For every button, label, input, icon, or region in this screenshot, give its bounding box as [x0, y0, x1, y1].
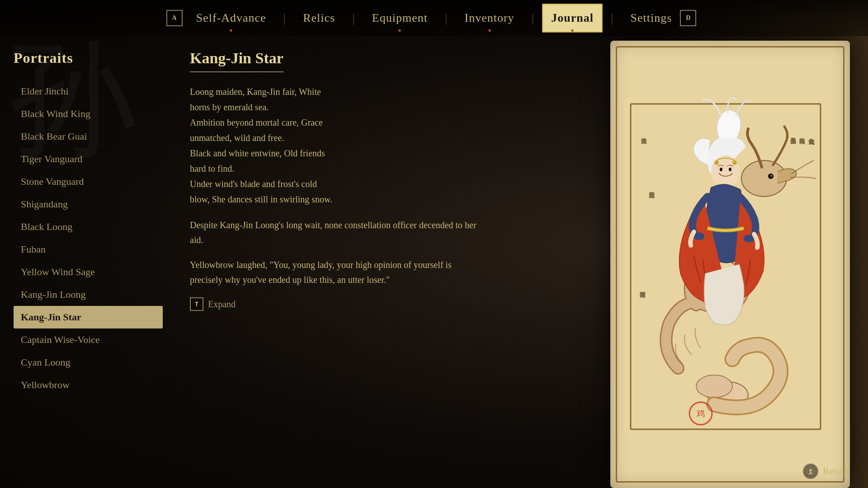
sidebar-item-yellowbrow[interactable]: Yellowbrow	[14, 374, 163, 396]
sidebar-item-elder-jinchi[interactable]: Elder Jinchi	[14, 80, 163, 103]
portrait-illustration: 仙女名允金 白角以绿境临 不是为他风景他之多 故人难逢雅 后见风刀霜剑严相逼 依…	[624, 97, 827, 436]
sidebar-item-captain-wise-voice[interactable]: Captain Wise-Voice	[14, 328, 163, 351]
sidebar-item-tiger-vanguard[interactable]: Tiger Vanguard	[14, 148, 163, 170]
top-navigation: A Self-Advance | Relics | Equipment | In…	[0, 0, 868, 36]
nav-item-journal[interactable]: Journal	[543, 0, 602, 36]
left-nav-key: A	[166, 10, 183, 26]
nav-sep-2: |	[352, 11, 355, 25]
main-content: Portraits Elder JinchiBlack Wind KingBla…	[0, 36, 868, 488]
scroll-area: 仙女名允金 白角以绿境临 不是为他风景他之多 故人难逢雅 后见风刀霜剑严相逼 依…	[497, 36, 868, 488]
nav-sep-4: |	[532, 11, 534, 25]
nav-dot-equipment	[399, 29, 401, 32]
entry-paragraph: Despite Kang-Jin Loong's long wait, none…	[190, 218, 479, 248]
nav-sep-3: |	[445, 11, 448, 25]
nav-item-relics[interactable]: Relics	[295, 0, 343, 36]
entry-title: Kang-Jin Star	[190, 50, 283, 72]
entry-paragraph: Yellowbrow laughed, "You, young lady, yo…	[190, 258, 479, 287]
sidebar-item-black-bear-guai[interactable]: Black Bear Guai	[14, 125, 163, 148]
nav-item-journal-wrapper[interactable]: Journal	[543, 0, 602, 36]
svg-point-15	[711, 155, 740, 188]
sidebar-title: Portraits	[14, 50, 163, 66]
scroll-image-container: 仙女名允金 白角以绿境临 不是为他风景他之多 故人难逢雅 后见风刀霜剑严相逼 依…	[597, 23, 868, 488]
sidebar-item-black-loong[interactable]: Black Loong	[14, 216, 163, 238]
svg-point-21	[809, 469, 812, 472]
right-key-badge-wrapper: D	[680, 0, 702, 36]
return-label: Return	[823, 465, 850, 477]
nav-item-inventory[interactable]: Inventory	[457, 0, 523, 36]
svg-point-19	[732, 160, 737, 165]
sidebar-item-yellow-wind-sage[interactable]: Yellow Wind Sage	[14, 261, 163, 283]
nav-item-settings[interactable]: Settings	[623, 0, 680, 36]
entry-poem: Loong maiden, Kang-Jin fair, Whitehorns …	[190, 84, 479, 207]
sidebar-item-cyan-loong[interactable]: Cyan Loong	[14, 351, 163, 374]
sidebar-item-shigandang[interactable]: Shigandang	[14, 193, 163, 216]
sidebar-item-kang-jin-loong[interactable]: Kang-Jin Loong	[14, 283, 163, 306]
expand-button[interactable]: T Expand	[190, 297, 479, 311]
svg-point-9	[696, 375, 732, 398]
sidebar-item-stone-vanguard[interactable]: Stone Vanguard	[14, 170, 163, 193]
svg-point-18	[714, 160, 719, 165]
right-nav-key: D	[680, 10, 696, 26]
sidebar-item-fuban[interactable]: Fuban	[14, 238, 163, 261]
entry-content: Kang-Jin Star Loong maiden, Kang-Jin fai…	[172, 36, 497, 488]
nav-sep-1: |	[283, 11, 286, 25]
return-icon	[803, 464, 818, 479]
svg-text:鸡: 鸡	[696, 409, 705, 418]
sidebar-item-kang-jin-star[interactable]: Kang-Jin Star	[14, 306, 163, 328]
sidebar-list: Elder JinchiBlack Wind KingBlack Bear Gu…	[14, 80, 163, 396]
nav-dot-inventory	[488, 29, 491, 32]
expand-label: Expand	[208, 299, 236, 310]
left-key-badge-wrapper: A	[166, 0, 188, 36]
svg-point-14	[770, 175, 772, 177]
svg-point-17	[729, 168, 731, 171]
svg-point-16	[720, 168, 722, 171]
nav-item-equipment[interactable]: Equipment	[364, 0, 436, 36]
entry-body: Despite Kang-Jin Loong's long wait, none…	[190, 218, 479, 287]
sidebar: Portraits Elder JinchiBlack Wind KingBla…	[0, 36, 172, 488]
nav-sep-5: |	[611, 11, 613, 25]
sidebar-item-black-wind-king[interactable]: Black Wind King	[14, 103, 163, 125]
nav-item-self-advance[interactable]: Self-Advance	[188, 0, 274, 36]
expand-key-badge: T	[190, 297, 203, 311]
nav-dot-journal	[571, 29, 574, 32]
scroll-illustration: 仙女名允金 白角以绿境临 不是为他风景他之多 故人难逢雅 后见风刀霜剑严相逼 依…	[610, 45, 841, 488]
return-button[interactable]: Return	[803, 464, 850, 479]
nav-dot-self-advance	[230, 29, 232, 32]
